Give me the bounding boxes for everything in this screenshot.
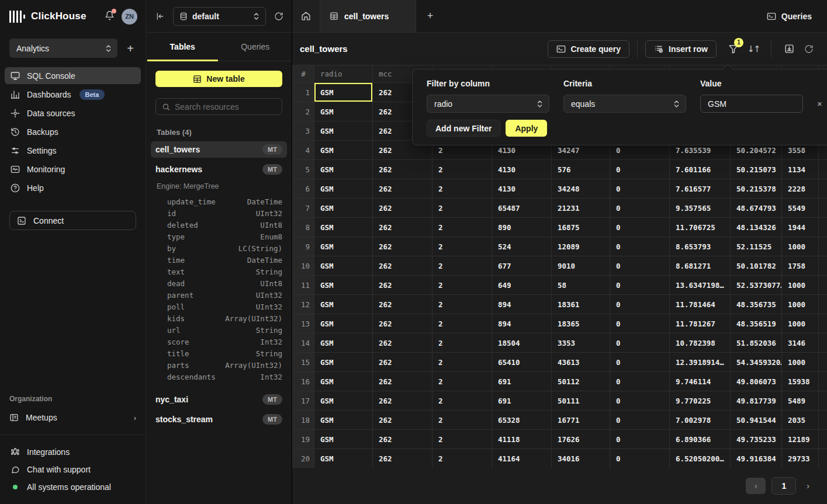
table-cell[interactable]: 0	[610, 391, 670, 411]
table-cell[interactable]: GSM	[314, 121, 373, 141]
table-cell[interactable]: 50112	[552, 372, 610, 391]
table-cell[interactable]: 6.890366	[670, 430, 731, 449]
table-cell[interactable]: 65410	[492, 353, 552, 372]
table-cell[interactable]: 4130	[492, 179, 552, 199]
tab-home[interactable]	[292, 0, 320, 32]
create-query-button[interactable]: Create query	[548, 40, 630, 58]
connect-button[interactable]: Connect	[9, 211, 136, 230]
apply-filter-button[interactable]: Apply	[506, 120, 547, 137]
insert-row-button[interactable]: Insert row	[645, 40, 717, 58]
sidebar-item-dashboards[interactable]: Dashboards Beta	[5, 86, 141, 103]
table-cell[interactable]: GSM	[314, 372, 373, 391]
table-cell[interactable]: GSM	[314, 160, 373, 179]
table-cell[interactable]: 2	[432, 411, 492, 430]
table-cell[interactable]: 7.002978	[670, 411, 731, 430]
add-workspace-button[interactable]: +	[124, 43, 136, 54]
table-cell[interactable]: 1000	[782, 295, 819, 314]
table-cell[interactable]: 9010	[552, 256, 610, 276]
table-cell[interactable]: 8.653793	[670, 237, 731, 256]
table-cell[interactable]: 0	[610, 430, 670, 449]
table-cell[interactable]: 48.134326	[731, 218, 782, 237]
chat-support-link[interactable]: Chat with support	[0, 461, 146, 478]
table-cell[interactable]: 12189	[782, 430, 819, 449]
table-cell[interactable]: 1000	[782, 237, 819, 256]
table-cell[interactable]: 262	[373, 430, 432, 449]
table-list-item-nyc-taxi[interactable]: nyc_taxi MT	[151, 391, 287, 408]
next-page-button[interactable]: ›	[802, 481, 814, 491]
table-cell[interactable]: 3146	[782, 333, 819, 353]
table-cell[interactable]: 0	[610, 372, 670, 391]
table-cell[interactable]: GSM	[314, 333, 373, 353]
table-cell[interactable]: 0	[610, 160, 670, 179]
table-cell[interactable]: 649	[492, 276, 552, 295]
table-cell[interactable]: 262	[373, 199, 432, 218]
sidebar-item-sql-console[interactable]: SQL Console	[5, 67, 141, 84]
table-cell[interactable]: 262	[373, 160, 432, 179]
column-header[interactable]: #	[293, 65, 314, 83]
table-cell[interactable]: 1000	[782, 314, 819, 333]
sidebar-item-data-sources[interactable]: Data sources	[5, 105, 141, 121]
sidebar-item-help[interactable]: Help	[5, 179, 141, 196]
table-cell[interactable]: 0	[610, 353, 670, 372]
table-cell[interactable]: 9.746114	[670, 372, 731, 391]
table-cell[interactable]: 262	[373, 276, 432, 295]
tab-cell-towers[interactable]: cell_towers	[320, 0, 416, 32]
table-cell[interactable]: 0	[610, 237, 670, 256]
notifications-bell-icon[interactable]	[105, 11, 115, 23]
sidebar-item-backups[interactable]: Backups	[5, 123, 141, 140]
new-table-button[interactable]: New table	[155, 71, 282, 87]
sidebar-item-meetups[interactable]: Meetups ›	[0, 409, 146, 426]
table-cell[interactable]: GSM	[314, 430, 373, 449]
table-cell[interactable]: 262	[373, 333, 432, 353]
table-cell[interactable]: GSM	[314, 391, 373, 411]
table-cell[interactable]: 43613	[552, 353, 610, 372]
table-list-item-hackernews[interactable]: hackernews MT	[151, 161, 287, 178]
table-cell[interactable]: 0	[610, 333, 670, 353]
table-cell[interactable]: 48.356519	[731, 314, 782, 333]
table-cell[interactable]: 8.681271	[670, 256, 731, 276]
table-cell[interactable]: 2	[432, 218, 492, 237]
table-cell[interactable]: GSM	[314, 353, 373, 372]
table-list-item-stocks-stream[interactable]: stocks_stream MT	[151, 411, 287, 427]
table-cell[interactable]: 4130	[492, 160, 552, 179]
download-button[interactable]	[779, 40, 799, 58]
table-cell[interactable]: 7.616577	[670, 179, 731, 199]
table-cell[interactable]: 262	[373, 218, 432, 237]
table-cell[interactable]: 2	[432, 372, 492, 391]
table-cell[interactable]: 2	[432, 333, 492, 353]
table-cell[interactable]: 11.781267	[670, 314, 731, 333]
table-cell[interactable]: 677	[492, 256, 552, 276]
table-cell[interactable]: 50111	[552, 391, 610, 411]
table-cell[interactable]: 2	[432, 256, 492, 276]
table-cell[interactable]: 51.852036	[731, 333, 782, 353]
table-cell[interactable]: 50.215378	[731, 179, 782, 199]
table-cell[interactable]: 52.5373077…	[731, 276, 782, 295]
table-cell[interactable]: 41164	[492, 449, 552, 468]
table-cell[interactable]: GSM	[314, 199, 373, 218]
table-cell[interactable]: 890	[492, 218, 552, 237]
table-cell[interactable]: 2	[432, 314, 492, 333]
table-cell[interactable]: 49.806073	[731, 372, 782, 391]
integrations-link[interactable]: Integrations	[0, 443, 146, 461]
table-cell[interactable]: 2	[432, 391, 492, 411]
table-cell[interactable]: 54.3459320…	[731, 353, 782, 372]
queries-button[interactable]: Queries	[760, 0, 827, 32]
table-cell[interactable]: 11.781464	[670, 295, 731, 314]
table-cell[interactable]: 0	[610, 199, 670, 218]
filter-value-input[interactable]	[700, 95, 803, 113]
table-cell[interactable]: 34016	[552, 449, 610, 468]
system-status-link[interactable]: All systems operational	[0, 478, 146, 496]
table-cell[interactable]: 16771	[552, 411, 610, 430]
column-header[interactable]: radio	[314, 65, 373, 83]
table-cell[interactable]: 0	[610, 179, 670, 199]
table-cell[interactable]: 16875	[552, 218, 610, 237]
avatar[interactable]: ZN	[122, 9, 137, 25]
table-cell[interactable]: 262	[373, 391, 432, 411]
table-cell[interactable]: 18365	[552, 314, 610, 333]
refresh-table-button[interactable]	[799, 40, 819, 58]
table-cell[interactable]: 1000	[782, 276, 819, 295]
collapse-panel-icon[interactable]	[155, 12, 165, 21]
workspace-select[interactable]: Analytics	[9, 39, 117, 58]
table-cell[interactable]: 17626	[552, 430, 610, 449]
table-cell[interactable]: 262	[373, 449, 432, 468]
